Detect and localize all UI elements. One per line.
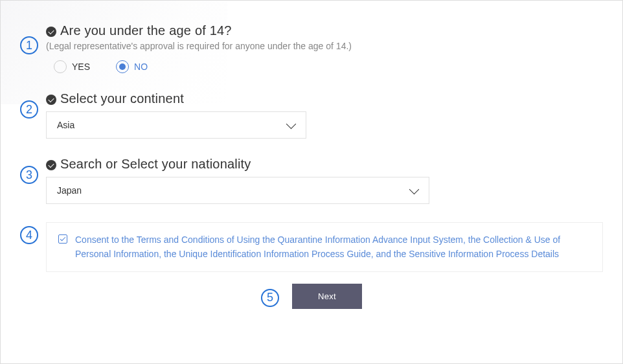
continent-content: Select your continent Asia <box>46 91 603 139</box>
step-number-2: 2 <box>20 100 38 119</box>
age-radio-group: YES NO <box>54 60 603 73</box>
chevron-down-icon <box>411 188 418 193</box>
age-radio-no[interactable]: NO <box>116 60 148 73</box>
step-number-4: 4 <box>20 226 38 244</box>
continent-row: 2 Select your continent Asia <box>20 91 603 139</box>
next-button[interactable]: Next <box>292 284 362 309</box>
consent-checkbox[interactable] <box>58 234 67 244</box>
continent-title: Select your continent <box>60 91 184 106</box>
consent-box: Consent to the Terms and Conditions of U… <box>46 222 603 272</box>
nationality-header: Search or Select your nationality <box>46 157 603 172</box>
continent-select[interactable]: Asia <box>46 111 306 139</box>
step-number-3: 3 <box>20 166 38 184</box>
radio-icon <box>116 60 129 73</box>
nationality-select[interactable]: Japan <box>46 177 429 204</box>
consent-row: 4 Consent to the Terms and Conditions of… <box>20 222 603 272</box>
check-icon <box>46 95 56 105</box>
age-question-subtitle: (Legal representative's approval is requ… <box>46 41 603 51</box>
form-container: 1 Are you under the age of 14? (Legal re… <box>1 1 622 309</box>
age-question-title: Are you under the age of 14? <box>60 23 232 38</box>
continent-value: Asia <box>57 120 74 130</box>
nationality-title: Search or Select your nationality <box>60 157 251 172</box>
consent-text[interactable]: Consent to the Terms and Conditions of U… <box>75 233 591 261</box>
age-question-row: 1 Are you under the age of 14? (Legal re… <box>20 23 603 73</box>
continent-header: Select your continent <box>46 91 603 106</box>
nationality-value: Japan <box>57 185 82 196</box>
radio-dot-icon <box>119 63 126 70</box>
radio-yes-label: YES <box>72 62 90 72</box>
age-question-content: Are you under the age of 14? (Legal repr… <box>46 23 603 73</box>
step-number-1: 1 <box>20 36 38 54</box>
radio-no-label: NO <box>134 62 148 72</box>
check-icon <box>46 27 56 37</box>
radio-icon <box>54 60 67 73</box>
step-number-5: 5 <box>261 289 279 307</box>
age-question-header: Are you under the age of 14? <box>46 23 603 38</box>
next-row: 5 Next <box>20 284 603 309</box>
check-icon <box>46 160 56 170</box>
nationality-content: Search or Select your nationality Japan <box>46 157 603 204</box>
nationality-row: 3 Search or Select your nationality Japa… <box>20 157 603 204</box>
chevron-down-icon <box>288 123 295 128</box>
age-radio-yes[interactable]: YES <box>54 60 90 73</box>
